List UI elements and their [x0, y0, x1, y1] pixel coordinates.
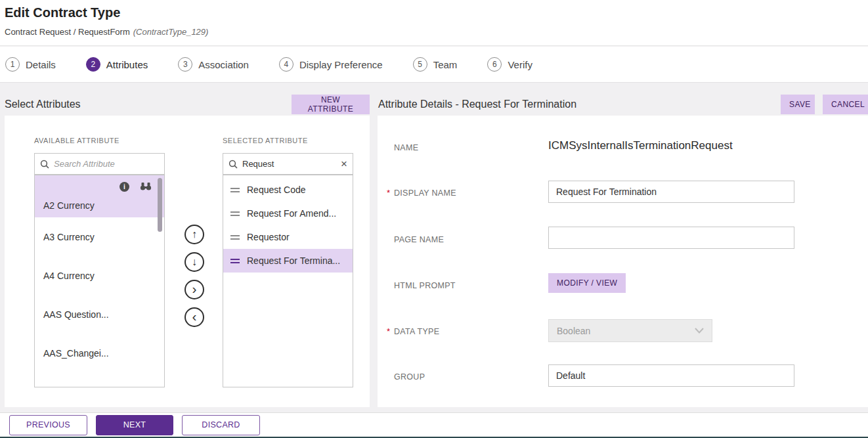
display-name-input[interactable] — [548, 181, 794, 203]
step-number: 1 — [5, 57, 20, 72]
step-association[interactable]: 3Association — [178, 57, 249, 72]
drag-handle-icon[interactable] — [230, 186, 240, 194]
step-label: Attributes — [106, 59, 148, 70]
step-number: 2 — [86, 57, 100, 72]
display-name-label: DISPLAY NAME — [394, 188, 456, 198]
selected-search-box: × — [223, 153, 353, 175]
save-button[interactable]: SAVE — [781, 95, 815, 114]
page-name-input[interactable] — [548, 227, 794, 249]
selected-attribute-name: Request For Amend... — [247, 208, 336, 219]
move-up-button[interactable]: ↑ — [184, 225, 204, 244]
breadcrumb: Contract Request / RequestForm(ContractT… — [5, 27, 208, 37]
clear-search-icon[interactable]: × — [341, 158, 347, 169]
cancel-button[interactable]: CANCEL — [823, 95, 868, 114]
chevron-down-icon — [695, 328, 704, 334]
move-right-button[interactable]: › — [184, 280, 204, 299]
select-attributes-panel: AVAILABLE ATTRIBUTE iA2 CurrencyA3 Curre… — [5, 116, 370, 407]
drag-handle-icon[interactable] — [230, 257, 240, 265]
next-button[interactable]: NEXT — [96, 415, 173, 435]
available-attribute-label: AVAILABLE ATTRIBUTE — [34, 137, 119, 144]
select-attributes-title: Select Attributes — [5, 99, 81, 110]
selected-attribute-item[interactable]: Request For Termina... — [223, 249, 353, 273]
edit-contract-type-page: Edit Contract Type Contract Request / Re… — [0, 0, 868, 438]
step-label: Verify — [508, 59, 532, 70]
drag-handle-icon[interactable] — [230, 233, 240, 242]
info-icon[interactable]: i — [119, 182, 129, 192]
selected-attribute-item[interactable]: Request For Amend... — [223, 202, 353, 225]
search-icon — [228, 160, 238, 169]
step-label: Team — [433, 59, 458, 70]
data-type-value: Boolean — [557, 326, 590, 336]
name-value: ICMSysInternalIsTerminationRequest — [548, 139, 733, 152]
new-attribute-button[interactable]: NEW ATTRIBUTE — [292, 95, 370, 114]
available-attribute-item[interactable]: A3 Currency — [35, 217, 164, 256]
search-icon — [40, 160, 49, 169]
page-header: Edit Contract Type Contract Request / Re… — [0, 0, 868, 46]
attribute-details-panel: NAME ICMSysInternalIsTerminationRequest … — [378, 116, 868, 407]
available-attribute-item[interactable]: AAS_Changei... — [35, 334, 164, 372]
data-type-select[interactable]: Boolean — [548, 319, 712, 342]
move-buttons: ↑ ↓ › ‹ — [184, 225, 204, 327]
step-number: 6 — [487, 57, 502, 72]
move-left-button[interactable]: ‹ — [184, 307, 204, 327]
available-list-scrollbar[interactable] — [158, 178, 162, 232]
selected-attribute-item[interactable]: Request Code — [223, 178, 353, 202]
html-prompt-label: HTML PROMPT — [394, 281, 456, 290]
breadcrumb-path: Contract Request / RequestForm — [5, 27, 130, 37]
data-type-label: DATA TYPE — [394, 327, 439, 336]
group-label: GROUP — [394, 372, 425, 382]
discard-button[interactable]: DISCARD — [182, 415, 260, 435]
breadcrumb-note: (ContractType_129) — [133, 27, 209, 37]
step-label: Display Preference — [299, 59, 383, 70]
stepper: 1Details2Attributes3Association4Display … — [0, 47, 868, 83]
modify-view-button[interactable]: MODIFY / VIEW — [548, 273, 626, 293]
wizard-footer: PREVIOUS NEXT DISCARD — [0, 412, 868, 438]
required-indicator: * — [387, 326, 390, 336]
selected-attribute-name: Request Code — [247, 185, 306, 195]
item-action-icons: i — [43, 179, 156, 194]
selected-search-input[interactable] — [242, 159, 336, 169]
available-attribute-name: A2 Currency — [43, 200, 156, 211]
page-name-label: PAGE NAME — [394, 235, 444, 244]
step-number: 5 — [413, 57, 427, 72]
available-attribute-item[interactable]: AAS Question... — [35, 295, 164, 334]
previous-button[interactable]: PREVIOUS — [9, 415, 87, 435]
move-down-button[interactable]: ↓ — [184, 252, 204, 272]
step-attributes[interactable]: 2Attributes — [86, 57, 148, 72]
step-number: 3 — [178, 57, 192, 72]
selected-attribute-label: SELECTED ATTRIBUTE — [223, 137, 308, 144]
attribute-details-title: Attribute Details - Request For Terminat… — [378, 99, 576, 110]
step-details[interactable]: 1Details — [5, 57, 56, 72]
page-title: Edit Contract Type — [5, 5, 120, 20]
required-indicator: * — [387, 188, 390, 198]
selected-attribute-list: Request CodeRequest For Amend...Requesto… — [223, 175, 353, 387]
step-display-preference[interactable]: 4Display Preference — [279, 57, 383, 72]
group-input[interactable] — [548, 364, 794, 387]
step-label: Details — [26, 59, 56, 70]
available-attribute-item[interactable]: A4 Currency — [35, 256, 164, 295]
step-verify[interactable]: 6Verify — [487, 57, 532, 72]
selected-attribute-name: Request For Termina... — [247, 255, 340, 266]
drag-handle-icon[interactable] — [230, 209, 240, 218]
binoculars-icon[interactable] — [140, 182, 152, 191]
name-label: NAME — [394, 143, 418, 152]
available-search-input[interactable] — [54, 159, 159, 169]
available-attribute-list: iA2 CurrencyA3 CurrencyA4 CurrencyAAS Qu… — [34, 175, 165, 387]
available-search-box — [34, 153, 165, 175]
selected-attribute-item[interactable]: Requestor — [223, 225, 353, 249]
available-attribute-item[interactable]: iA2 Currency — [35, 175, 164, 217]
selected-attribute-name: Requestor — [247, 232, 290, 242]
step-label: Association — [198, 59, 249, 70]
step-number: 4 — [279, 57, 293, 72]
step-team[interactable]: 5Team — [413, 57, 458, 72]
